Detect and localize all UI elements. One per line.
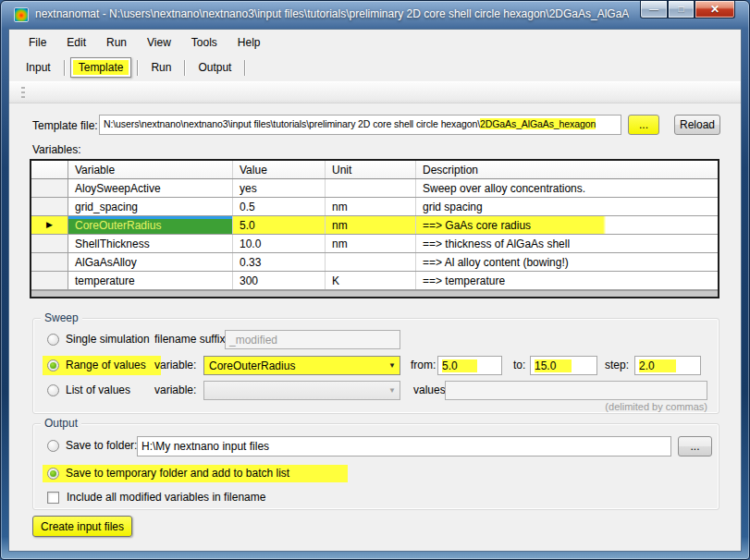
close-button[interactable]: ✕ <box>695 1 735 18</box>
cell-variable[interactable]: grid_spacing <box>68 198 233 215</box>
cell-description[interactable]: ==> GaAs core radius <box>416 216 718 234</box>
template-file-input[interactable]: N:\users\nextnano\nextnano3\input files\… <box>99 115 621 135</box>
values-hint: (delimited by commas) <box>605 401 707 412</box>
selected-row-arrow-icon[interactable]: ▶ <box>31 216 68 234</box>
template-browse-button[interactable]: ... <box>628 115 659 135</box>
tab-separator <box>184 60 185 76</box>
output-group: Output Save to folder: H:\My nextnano in… <box>32 423 719 510</box>
row-selector-header[interactable] <box>31 161 68 178</box>
save-folder-browse-button[interactable]: ... <box>678 436 712 457</box>
column-header-description[interactable]: Description <box>416 161 718 178</box>
list-variable-combo[interactable]: ▼ <box>203 381 400 400</box>
row-selector[interactable] <box>31 179 68 197</box>
minimize-button[interactable]: — <box>640 1 668 18</box>
table-row[interactable]: AloySweepActive yes Sweep over alloy con… <box>31 179 718 198</box>
tab-separator <box>137 60 138 76</box>
step-input[interactable]: 2.0 <box>634 356 701 375</box>
template-file-label: Template file: <box>32 119 98 132</box>
template-reload-button[interactable]: Reload <box>674 115 720 135</box>
toolbar-grip-icon[interactable] <box>21 87 25 100</box>
table-row[interactable]: grid_spacing 0.5 nm grid spacing <box>31 198 718 216</box>
cell-value[interactable]: 5.0 <box>233 216 326 234</box>
cell-unit[interactable] <box>326 253 416 271</box>
app-window: nextnanomat - N:\users\nextnano\nextnano… <box>0 0 750 560</box>
cell-variable[interactable]: AlGaAsAlloy <box>68 253 233 271</box>
include-modified-checkbox[interactable] <box>47 492 59 504</box>
range-of-values-radio[interactable] <box>47 359 59 371</box>
cell-value[interactable]: 0.33 <box>233 253 326 271</box>
create-input-files-button[interactable]: Create input files <box>32 516 132 537</box>
menu-run[interactable]: Run <box>96 31 137 54</box>
values-label: values: <box>413 383 449 396</box>
from-value: 5.0 <box>442 359 477 372</box>
filename-suffix-label: filename suffix: <box>154 333 228 346</box>
table-row[interactable]: AlGaAsAlloy 0.33 ==> Al alloy content (b… <box>31 253 718 272</box>
cell-description[interactable]: grid spacing <box>416 198 718 215</box>
save-temp-label: Save to temporary folder and add to batc… <box>66 467 289 480</box>
row-selector[interactable] <box>31 272 68 289</box>
sweep-group-label: Sweep <box>41 311 82 324</box>
cell-variable[interactable]: CoreOuterRadius <box>68 216 233 234</box>
variables-label: Variables: <box>32 143 80 156</box>
cell-variable[interactable]: ShellThickness <box>68 235 233 252</box>
to-input[interactable]: 15.0 <box>530 356 597 375</box>
tab-template[interactable]: Template <box>70 57 132 78</box>
save-temp-radio[interactable] <box>47 468 59 480</box>
single-simulation-radio[interactable] <box>47 334 59 346</box>
save-folder-input[interactable]: H:\My nextnano input files <box>137 436 671 457</box>
titlebar[interactable]: nextnanomat - N:\users\nextnano\nextnano… <box>1 1 749 29</box>
menu-help[interactable]: Help <box>227 31 271 54</box>
list-of-values-radio[interactable] <box>47 384 59 396</box>
column-header-unit[interactable]: Unit <box>326 161 416 178</box>
cell-unit[interactable]: K <box>326 272 416 289</box>
cell-variable[interactable]: AloySweepActive <box>68 179 233 197</box>
range-variable-value: CoreOuterRadius <box>209 359 295 372</box>
cell-value[interactable]: 10.0 <box>233 235 326 252</box>
cell-unit[interactable] <box>326 179 416 197</box>
template-path-prefix: N:\users\nextnano\nextnano3\input files\… <box>104 118 480 129</box>
save-to-folder-radio[interactable] <box>47 440 59 452</box>
tab-separator <box>64 60 65 76</box>
row-selector[interactable] <box>31 253 68 271</box>
menu-tools[interactable]: Tools <box>181 31 227 54</box>
cell-description[interactable]: Sweep over alloy concentrations. <box>416 179 718 197</box>
variables-table: Variable Value Unit Description AloySwee… <box>30 159 719 298</box>
table-row[interactable]: ShellThickness 10.0 nm ==> thickness of … <box>31 235 718 253</box>
menu-edit[interactable]: Edit <box>56 31 96 54</box>
column-header-variable[interactable]: Variable <box>68 161 233 178</box>
cell-description[interactable]: ==> thickness of AlGaAs shell <box>416 235 718 252</box>
table-row[interactable]: temperature 300 K ==> temperature <box>31 272 718 290</box>
cell-unit[interactable]: nm <box>326 235 416 252</box>
from-input[interactable]: 5.0 <box>437 356 502 375</box>
row-selector[interactable] <box>31 198 68 215</box>
client-area: File Edit Run View Tools Help Input Temp… <box>8 29 742 552</box>
cell-unit[interactable]: nm <box>326 216 416 234</box>
cell-description[interactable]: ==> temperature <box>416 272 718 289</box>
column-header-value[interactable]: Value <box>233 161 326 178</box>
table-row-selected[interactable]: ▶ CoreOuterRadius 5.0 nm ==> GaAs core r… <box>31 216 718 235</box>
range-of-values-label: Range of values <box>66 359 146 371</box>
values-input[interactable] <box>445 381 707 400</box>
row-selector[interactable] <box>31 235 68 252</box>
template-path-filename: 2DGaAs_AlGaAs_hexagon <box>480 118 596 129</box>
tab-output[interactable]: Output <box>191 57 239 78</box>
from-label: from: <box>411 359 436 371</box>
cell-value[interactable]: 0.5 <box>233 198 326 215</box>
cell-variable[interactable]: temperature <box>68 272 233 289</box>
menu-view[interactable]: View <box>137 31 181 54</box>
cell-value[interactable]: yes <box>233 179 326 197</box>
cell-unit[interactable]: nm <box>326 198 416 215</box>
range-variable-combo[interactable]: CoreOuterRadius▼ <box>203 356 400 375</box>
tab-input[interactable]: Input <box>18 57 58 78</box>
window-title: nextnanomat - N:\users\nextnano\nextnano… <box>35 7 629 24</box>
tab-run[interactable]: Run <box>143 57 178 78</box>
cell-description[interactable]: ==> Al alloy content (bowing!) <box>416 253 718 271</box>
tab-separator <box>244 60 245 76</box>
table-horizontal-scrollbar[interactable] <box>31 290 718 297</box>
step-label: step: <box>605 359 629 371</box>
single-simulation-label: Single simulation <box>66 333 150 346</box>
filename-suffix-input[interactable]: _modified <box>225 330 400 349</box>
menu-file[interactable]: File <box>18 31 56 54</box>
maximize-button[interactable]: □ <box>668 1 695 18</box>
cell-value[interactable]: 300 <box>233 272 326 289</box>
